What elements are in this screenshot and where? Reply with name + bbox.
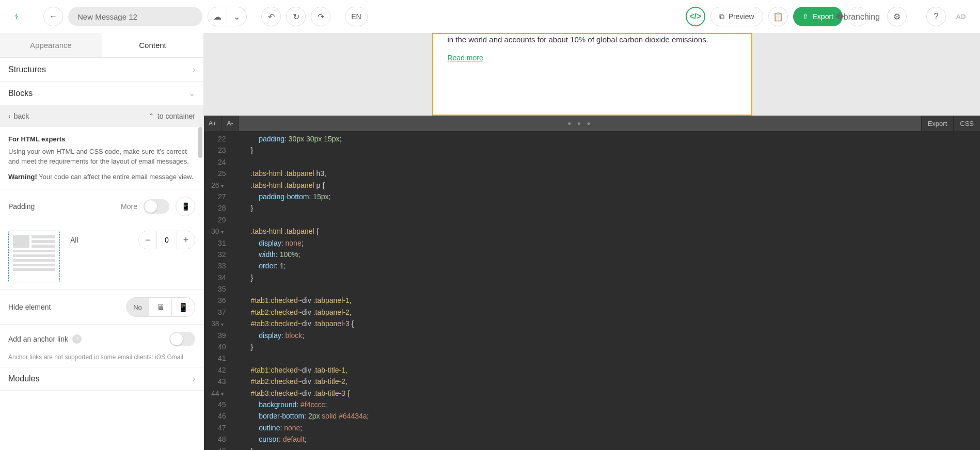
cloud-group: ☁ ⌄ — [208, 7, 247, 26]
sidebar-scrollbar[interactable] — [198, 127, 202, 158]
line-gutter: 2223242526 ▾27282930 ▾3132333435363738 ▾… — [204, 131, 230, 450]
main-toolbar: ← ☁ ⌄ ↶ ↻ ↷ EN </> ⧉ Preview 📋 ⇧ Export … — [0, 0, 980, 33]
undo-icon: ↶ — [268, 12, 275, 22]
clipboard-button[interactable]: 📋 — [768, 7, 788, 26]
anchor-note: Anchor links are not supported in some e… — [0, 353, 203, 367]
stepper-minus[interactable]: − — [139, 231, 156, 249]
read-more-link[interactable]: Read more — [448, 54, 483, 62]
email-preview: in the world and accounts for about 10% … — [204, 33, 980, 116]
desktop-icon: 🖥 — [156, 302, 165, 312]
tab-appearance[interactable]: Appearance — [0, 33, 102, 57]
chevron-up-icon: ⌃ — [148, 112, 154, 120]
hide-label: Hide element — [8, 303, 51, 311]
anchor-row: Add an anchor link ? — [0, 325, 203, 353]
breadcrumb-nav: ‹ back ⌃ to container — [0, 105, 203, 127]
back-button[interactable]: ← — [43, 7, 63, 26]
export-icon: ⇧ — [802, 12, 809, 21]
undo-button[interactable]: ↶ — [261, 7, 281, 26]
layout-preview — [8, 231, 60, 282]
blocks-label: Blocks — [8, 89, 33, 98]
anchor-toggle[interactable] — [169, 332, 195, 346]
nav-to-container[interactable]: ⌃ to container — [148, 112, 195, 120]
warning-label: Warning! — [8, 173, 37, 181]
cloud-upload-icon: ☁ — [213, 12, 222, 22]
more-label: More — [121, 202, 137, 211]
code-view-button[interactable]: </> — [686, 7, 705, 26]
structures-label: Structures — [8, 65, 46, 74]
info-title: For HTML experts — [8, 134, 195, 144]
section-modules[interactable]: Modules › — [0, 367, 203, 391]
padding-mobile-button[interactable]: 📱 — [176, 197, 195, 216]
font-increase-button[interactable]: A+ — [204, 116, 222, 131]
to-container-label: to container — [157, 112, 195, 120]
info-body: Using your own HTML and CSS code, make s… — [8, 147, 195, 167]
redo-icon: ↷ — [318, 12, 324, 22]
code-content[interactable]: padding: 30px 30px 15px; } .tabs-html .t… — [230, 131, 980, 450]
history-icon: ↻ — [293, 12, 299, 22]
ad-badge: AD — [951, 7, 971, 26]
padding-panel: All − + — [0, 223, 203, 290]
padding-label: Padding — [8, 202, 35, 211]
email-body-text: in the world and accounts for about 10% … — [448, 34, 737, 46]
devices-icon: ⧉ — [719, 12, 724, 21]
stepper-plus[interactable]: + — [177, 231, 195, 249]
all-label: All — [70, 236, 78, 244]
clipboard-icon: 📋 — [773, 12, 783, 22]
editor-tab-export[interactable]: Export — [921, 116, 954, 131]
settings-button[interactable]: ⚙ — [887, 7, 907, 26]
content-area: in the world and accounts for about 10% … — [204, 33, 980, 450]
section-blocks[interactable]: Blocks ⌄ — [0, 82, 203, 105]
code-editor[interactable]: 2223242526 ▾27282930 ▾3132333435363738 ▾… — [204, 131, 980, 450]
code-icon: </> — [689, 12, 701, 21]
sidebar-tabs: Appearance Content — [0, 33, 203, 58]
app-logo — [9, 9, 24, 24]
back-label: back — [14, 112, 29, 120]
chevron-right-icon: › — [193, 374, 195, 383]
nav-back[interactable]: ‹ back — [8, 112, 29, 120]
message-title-input[interactable] — [68, 7, 202, 26]
mobile-icon: 📱 — [181, 202, 190, 211]
chevron-right-icon: › — [193, 65, 195, 74]
share-button[interactable]: �branching — [848, 7, 867, 26]
padding-header: Padding More 📱 — [0, 189, 203, 223]
anchor-label: Add an anchor link — [8, 335, 68, 343]
help-button[interactable]: ? — [926, 7, 946, 26]
html-expert-info: For HTML experts Using your own HTML and… — [0, 127, 203, 189]
editor-toolbar: A+ A- ● ● ● Export CSS — [204, 116, 980, 131]
font-decrease-button[interactable]: A- — [222, 116, 239, 131]
help-tooltip-icon[interactable]: ? — [72, 334, 82, 344]
redo-button[interactable]: ↷ — [311, 7, 330, 26]
stepper-value[interactable] — [156, 231, 177, 249]
chevron-left-icon: ‹ — [8, 112, 11, 120]
email-card[interactable]: in the world and accounts for about 10% … — [432, 33, 752, 116]
padding-more-toggle[interactable] — [144, 199, 169, 214]
editor-drag-handle[interactable]: ● ● ● — [239, 120, 921, 127]
modules-label: Modules — [8, 374, 39, 383]
hide-mobile-button[interactable]: 📱 — [172, 298, 195, 316]
help-icon: ? — [934, 12, 939, 21]
history-button[interactable]: ↻ — [286, 7, 306, 26]
cloud-dropdown-button[interactable]: ⌄ — [227, 7, 247, 26]
tab-content[interactable]: Content — [102, 33, 203, 57]
chevron-down-icon: ⌄ — [188, 88, 195, 98]
chevron-down-icon: ⌄ — [233, 12, 240, 22]
export-label: Export — [813, 12, 833, 21]
warning-text: Your code can affect the entire email me… — [37, 173, 194, 181]
mobile-icon: 📱 — [178, 302, 188, 312]
section-structures[interactable]: Structures › — [0, 58, 203, 82]
cloud-upload-button[interactable]: ☁ — [208, 7, 227, 26]
preview-button[interactable]: ⧉ Preview — [710, 7, 763, 26]
gear-icon: ⚙ — [893, 12, 900, 22]
padding-stepper: − + — [138, 231, 195, 249]
hide-controls: No 🖥 📱 — [126, 297, 195, 317]
info-warning: Warning! Your code can affect the entire… — [8, 172, 195, 182]
hide-no-button[interactable]: No — [127, 298, 149, 316]
preview-label: Preview — [729, 12, 754, 21]
share-icon: �branching — [835, 12, 880, 22]
hide-desktop-button[interactable]: 🖥 — [149, 298, 172, 316]
editor-tab-css[interactable]: CSS — [953, 116, 980, 131]
hide-element-row: Hide element No 🖥 📱 — [0, 290, 203, 325]
language-button[interactable]: EN — [345, 7, 368, 26]
arrow-left-icon: ← — [49, 12, 57, 21]
sidebar: Appearance Content Structures › Blocks ⌄… — [0, 33, 204, 450]
